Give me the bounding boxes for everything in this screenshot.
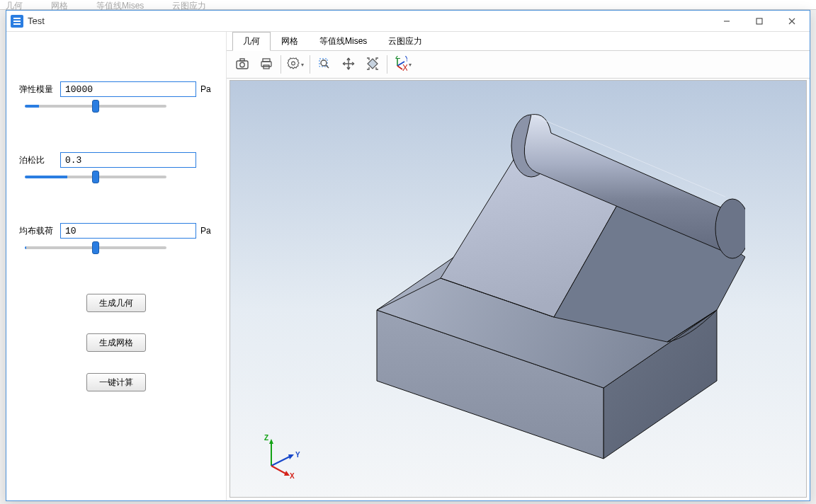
svg-text:Z: Z [395,56,400,61]
gear-icon [287,57,300,72]
generate-mesh-button[interactable]: 生成网格 [86,333,146,352]
view-panel: 几何 网格 等值线Mises 云图应力 ▾ [226,32,810,500]
toolbar-separator [387,55,387,74]
axis-x-label: X [290,472,295,480]
viewport-axis-gizmo [257,435,300,477]
svg-rect-2 [13,23,21,25]
svg-point-14 [292,62,295,65]
axis-z-label: Z [264,434,268,442]
svg-line-21 [397,66,402,69]
camera-icon [235,57,249,73]
svg-rect-8 [240,59,244,61]
toolbar-separator [280,55,281,74]
param-poisson-ratio: 泊松比 [19,152,213,181]
generate-geometry-button[interactable]: 生成几何 [86,294,146,312]
viewport-toolbar: ▾ ZYX ▾ [227,50,810,79]
window-title: Test [28,16,710,26]
tab-bar: 几何 网格 等值线Mises 云图应力 [227,32,810,50]
pan-arrows-icon [341,57,356,73]
svg-point-16 [321,60,327,66]
svg-rect-0 [13,18,21,19]
minimize-button[interactable] [710,11,743,32]
axis-orientation-button[interactable]: ZYX ▾ [390,53,413,76]
elastic-modulus-slider[interactable] [25,105,166,108]
param-elastic-modulus: 弹性模量 Pa [19,81,213,110]
model-viewport[interactable]: Z Y X [230,80,807,498]
elastic-modulus-unit: Pa [200,84,213,94]
param-distributed-load: 均布载荷 Pa [19,223,213,251]
poisson-ratio-slider[interactable] [25,176,166,178]
svg-marker-39 [288,454,294,459]
zoom-button[interactable] [313,53,336,76]
distributed-load-slider[interactable] [25,246,166,249]
svg-rect-11 [261,62,271,67]
svg-line-40 [271,466,287,474]
svg-marker-13 [288,58,299,69]
fit-diamond-icon [366,57,380,73]
model-render [292,91,745,487]
distributed-load-label: 均布载荷 [19,225,56,237]
svg-text:X: X [402,63,407,71]
maximize-button[interactable] [743,11,776,32]
svg-marker-18 [368,59,378,69]
tab-mesh[interactable]: 网格 [271,32,309,51]
axis-y-label: Y [295,451,300,459]
one-click-compute-button[interactable]: 一键计算 [86,373,146,391]
tab-cloud-stress[interactable]: 云图应力 [378,32,433,51]
close-button[interactable] [776,11,808,32]
tab-contour-mises[interactable]: 等值线Mises [309,32,378,51]
app-icon [11,15,23,28]
chevron-down-icon: ▾ [409,62,412,68]
parent-tabs-strip: 几何网格等值线Mises云图应力 [0,0,816,10]
distributed-load-unit: Pa [200,226,213,236]
print-button[interactable] [255,53,278,76]
printer-icon [259,57,273,73]
fit-view-button[interactable] [361,53,384,76]
svg-marker-37 [269,439,273,444]
tab-geometry[interactable]: 几何 [232,32,271,51]
title-bar[interactable]: Test [6,11,810,32]
svg-point-32 [715,199,745,258]
app-window: Test 弹性模量 Pa 泊松比 [6,10,810,501]
svg-rect-1 [13,21,21,22]
toolbar-separator [310,55,310,74]
axis-triad-icon: ZYX [392,56,407,74]
settings-button[interactable]: ▾ [284,53,307,76]
elastic-modulus-input[interactable] [60,81,196,97]
magnifier-icon [317,57,332,73]
chevron-down-icon: ▾ [301,62,304,68]
svg-point-9 [240,62,244,67]
svg-line-38 [271,456,291,466]
screenshot-button[interactable] [231,53,254,76]
poisson-ratio-label: 泊松比 [19,154,56,166]
distributed-load-input[interactable] [60,223,196,239]
parameter-panel: 弹性模量 Pa 泊松比 均布载荷 Pa [6,32,226,500]
elastic-modulus-label: 弹性模量 [19,84,56,96]
svg-rect-4 [756,18,762,24]
pan-button[interactable] [337,53,360,76]
poisson-ratio-input[interactable] [60,152,196,168]
